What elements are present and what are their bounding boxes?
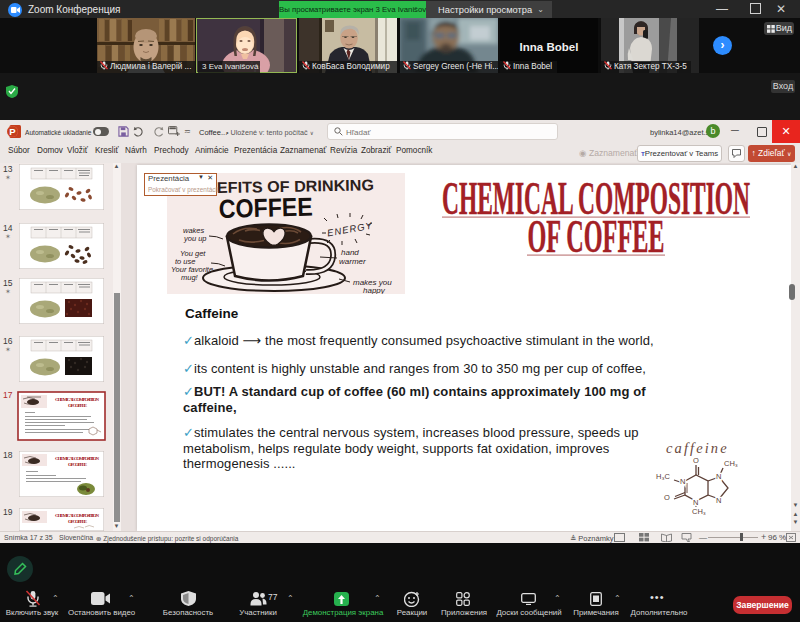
svg-text:happy: happy [363, 286, 386, 294]
svg-text:caffeine: caffeine [666, 440, 729, 456]
svg-text:warmer: warmer [339, 257, 366, 266]
svg-text:CHEMICAL COMPOSITION: CHEMICAL COMPOSITION [55, 456, 99, 461]
svg-text:CH₃: CH₃ [692, 507, 706, 515]
svg-text:N: N [716, 472, 721, 481]
svg-text:CHEMICAL COMPOSITION: CHEMICAL COMPOSITION [55, 513, 99, 518]
svg-text:N: N [693, 498, 698, 507]
svg-text:OF COFFEE: OF COFFEE [528, 211, 665, 260]
svg-text:CH₃: CH₃ [724, 459, 738, 468]
svg-text:hand: hand [341, 248, 359, 257]
svg-text:N: N [716, 496, 721, 505]
svg-text:O: O [664, 493, 670, 502]
svg-text:Inna Bobel: Inna Bobel [520, 41, 579, 53]
svg-text:COFFEE: COFFEE [218, 192, 313, 224]
svg-text:mug!: mug! [181, 273, 199, 282]
svg-text:H₃C: H₃C [656, 472, 670, 481]
svg-text:OF COFFEE: OF COFFEE [68, 403, 88, 408]
svg-text:OF COFFEE: OF COFFEE [68, 519, 88, 524]
svg-text:N: N [680, 477, 685, 486]
svg-text:O: O [693, 456, 699, 465]
svg-text:CHEMICAL COMPOSITION: CHEMICAL COMPOSITION [55, 397, 99, 402]
svg-text:P: P [9, 126, 16, 137]
svg-text:you up: you up [183, 234, 207, 243]
svg-text:OF COFFEE: OF COFFEE [68, 462, 88, 467]
